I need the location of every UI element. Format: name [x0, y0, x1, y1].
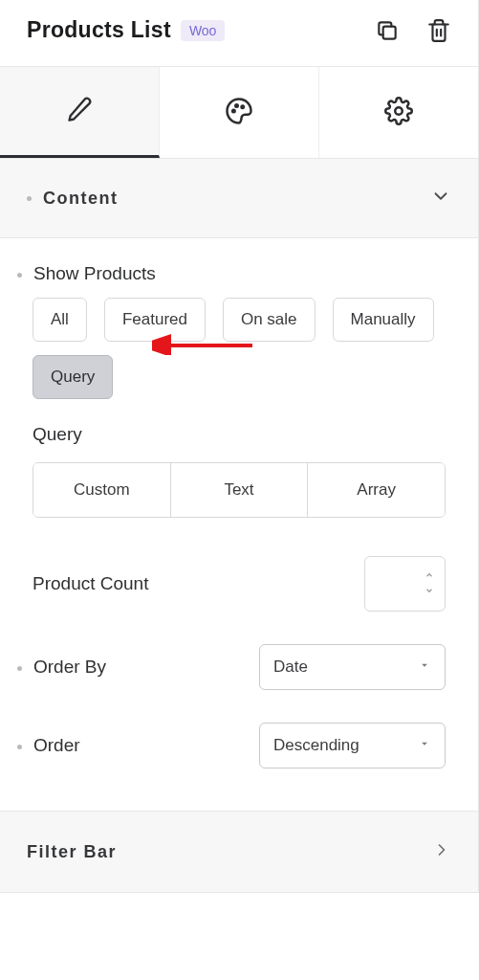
palette-icon	[225, 97, 253, 129]
section-content-label: Content	[43, 189, 118, 209]
seg-array[interactable]: Array	[308, 463, 445, 517]
order-select[interactable]: Descending	[259, 723, 446, 768]
stepper-down-icon[interactable]	[424, 586, 435, 597]
trash-icon[interactable]	[426, 18, 451, 43]
order-label: Order	[33, 735, 80, 756]
chevron-down-icon	[430, 186, 451, 211]
seg-text[interactable]: Text	[171, 463, 309, 517]
dot-indicator	[17, 666, 22, 671]
chevron-right-icon	[432, 840, 451, 863]
chip-all[interactable]: All	[33, 298, 87, 342]
section-filter-bar-toggle[interactable]: Filter Bar	[0, 811, 478, 893]
order-by-label: Order By	[33, 657, 106, 678]
seg-custom[interactable]: Custom	[33, 463, 171, 517]
product-count-input[interactable]	[364, 556, 446, 612]
dot-indicator	[27, 196, 32, 201]
gear-icon	[384, 97, 413, 129]
product-count-label: Product Count	[33, 573, 148, 594]
query-type-group: Custom Text Array	[33, 462, 446, 518]
show-products-label: Show Products	[33, 263, 156, 284]
svg-point-2	[235, 104, 238, 107]
caret-down-icon	[418, 657, 431, 677]
tab-advanced[interactable]	[319, 67, 478, 158]
panel-header: Products List Woo	[0, 0, 478, 66]
query-type-label: Query	[33, 424, 446, 445]
settings-panel: Products List Woo	[0, 0, 479, 893]
tab-bar	[0, 66, 478, 159]
chip-query[interactable]: Query	[33, 355, 113, 399]
svg-rect-0	[383, 26, 396, 38]
caret-down-icon	[418, 736, 431, 755]
svg-point-1	[232, 109, 235, 112]
section-content-toggle[interactable]: Content	[0, 159, 478, 238]
show-products-options: All Featured On sale Manually Query	[33, 298, 446, 399]
chip-manually[interactable]: Manually	[333, 298, 434, 342]
dot-indicator	[17, 745, 22, 749]
order-value: Descending	[273, 736, 359, 755]
svg-point-4	[395, 107, 403, 115]
panel-title: Products List	[27, 17, 171, 43]
woo-badge: Woo	[181, 20, 226, 41]
order-by-select[interactable]: Date	[259, 644, 446, 690]
tab-style[interactable]	[160, 67, 319, 158]
duplicate-icon[interactable]	[375, 18, 400, 43]
order-by-value: Date	[273, 657, 308, 677]
stepper-up-icon[interactable]	[424, 570, 435, 582]
pencil-icon	[66, 96, 93, 126]
section-content-body: Show Products All Featured On sale Manua…	[0, 238, 478, 811]
dot-indicator	[17, 273, 22, 278]
tab-content[interactable]	[0, 67, 160, 158]
section-filter-bar-label: Filter Bar	[27, 842, 117, 862]
svg-point-3	[242, 105, 245, 108]
chip-featured[interactable]: Featured	[104, 298, 206, 342]
chip-onsale[interactable]: On sale	[223, 298, 316, 342]
